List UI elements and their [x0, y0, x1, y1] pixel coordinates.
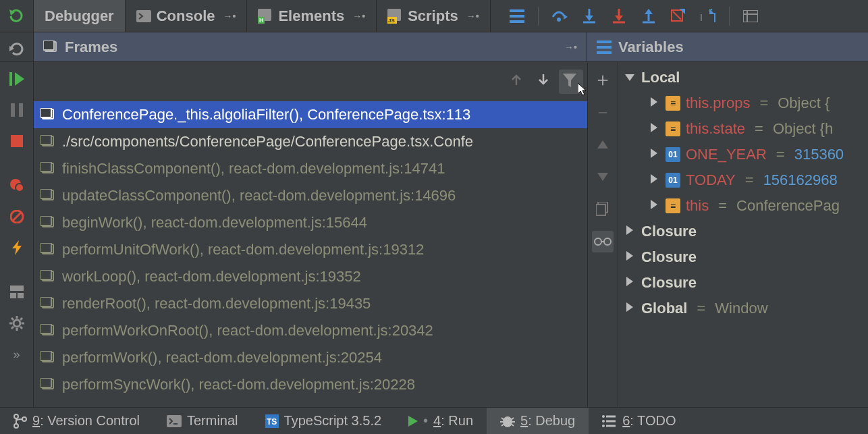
scope-row[interactable]: Closure	[618, 270, 868, 296]
settings-button[interactable]	[4, 310, 30, 336]
frame-item[interactable]: updateClassComponent(), react-dom.develo…	[34, 182, 587, 209]
variable-value: 156162968	[763, 171, 838, 189]
separator	[538, 7, 539, 26]
tab-elements[interactable]: Elements →•	[247, 0, 377, 32]
stack-frame-icon	[40, 351, 55, 364]
frame-item[interactable]: workLoop(), react-dom.development.js:193…	[34, 263, 587, 290]
tool-todo[interactable]: 6: TODO	[589, 408, 689, 434]
watch-down-button[interactable]	[592, 166, 614, 188]
tool-debug[interactable]: 5: Debug	[487, 408, 589, 434]
show-watches-button[interactable]	[592, 231, 614, 252]
scope-row[interactable]: Global = Window	[618, 296, 868, 321]
frame-text: performUnitOfWork(), react-dom.developme…	[62, 241, 424, 259]
cursor-icon	[578, 83, 587, 97]
step-out-button[interactable]	[640, 7, 657, 25]
variable-row[interactable]: ≡this=ConferencePag	[618, 193, 868, 219]
rerun-button[interactable]	[4, 4, 30, 30]
variable-row[interactable]: ≡this.state=Object {h	[618, 116, 868, 142]
tool-run[interactable]: • 4: Run	[395, 408, 487, 434]
stack-frame-icon	[40, 243, 55, 256]
frame-up-button[interactable]	[505, 70, 528, 93]
frame-item[interactable]: performSyncWork(), react-dom.development…	[34, 371, 587, 398]
frame-item[interactable]: performWork(), react-dom.development.js:…	[34, 344, 587, 371]
frame-down-button[interactable]	[532, 70, 555, 93]
elements-icon	[258, 9, 273, 24]
frame-item[interactable]: beginWork(), react-dom.development.js:15…	[34, 209, 587, 236]
bug-icon	[500, 414, 515, 429]
scope-row[interactable]: Closure	[618, 244, 868, 270]
variables-panel: Local ≡this.props=Object {≡this.state=Ob…	[618, 62, 868, 407]
variables-panel-header[interactable]: Variables	[587, 32, 868, 61]
caret-down-icon	[624, 72, 636, 84]
pin-icon[interactable]: →•	[564, 42, 577, 53]
panel-header-row: Frames →• Variables	[0, 32, 868, 62]
stop-button[interactable]	[4, 128, 30, 154]
stack-frame-icon	[40, 216, 55, 229]
variable-value: 315360	[794, 146, 844, 163]
variable-value: Object {	[778, 94, 830, 112]
frame-text: renderRoot(), react-dom.development.js:1…	[62, 295, 371, 313]
frames-panel-header[interactable]: Frames →•	[34, 32, 587, 61]
frame-item[interactable]: ConferencePage._this.algoliaFilter(), Co…	[34, 101, 587, 128]
frames-list[interactable]: ConferencePage._this.algoliaFilter(), Co…	[34, 101, 587, 407]
scope-value: Window	[715, 300, 767, 317]
scope-name: Global	[641, 300, 687, 317]
more-button[interactable]: »	[4, 342, 30, 367]
number-icon: 01	[666, 173, 680, 188]
scope-name: Closure	[641, 223, 697, 240]
force-step-into-button[interactable]	[610, 7, 628, 25]
frames-icon	[43, 40, 58, 54]
watch-up-button[interactable]	[592, 134, 614, 155]
caret-right-icon	[648, 97, 660, 109]
scope-local[interactable]: Local	[618, 65, 868, 90]
terminal-icon	[167, 415, 182, 427]
frame-item[interactable]: renderRoot(), react-dom.development.js:1…	[34, 290, 587, 317]
frame-text: performSyncWork(), react-dom.development…	[62, 376, 415, 394]
separator	[729, 7, 730, 26]
tab-console[interactable]: Console →•	[126, 0, 248, 32]
frame-item[interactable]: ./src/components/ConferencePage/Conferen…	[34, 128, 587, 155]
refresh-button[interactable]	[4, 36, 30, 61]
remove-watch-button[interactable]: －	[592, 101, 614, 123]
step-over-button[interactable]	[551, 7, 568, 25]
layout-button[interactable]	[4, 279, 30, 305]
step-into-button[interactable]	[580, 7, 598, 25]
evaluate-expression-button[interactable]	[742, 7, 759, 25]
pin-icon: →•	[352, 11, 365, 22]
debug-toolbar	[491, 0, 777, 32]
tool-version-control[interactable]: 9: Version Control	[0, 408, 153, 434]
duplicate-watch-button[interactable]	[592, 198, 614, 220]
show-threads-button[interactable]	[508, 7, 526, 25]
scope-name: Closure	[641, 274, 697, 292]
tab-scripts[interactable]: Scripts →•	[377, 0, 491, 32]
frame-text: workLoop(), react-dom.development.js:193…	[62, 268, 361, 286]
mute-breakpoints-button[interactable]	[4, 204, 30, 229]
get-thread-dump-button[interactable]	[4, 235, 30, 261]
drop-frame-button[interactable]	[670, 7, 687, 25]
caret-right-icon	[648, 174, 660, 186]
frame-text: beginWork(), react-dom.development.js:15…	[62, 214, 367, 232]
frame-item[interactable]: performWorkOnRoot(), react-dom.developme…	[34, 317, 587, 344]
tab-debugger[interactable]: Debugger	[34, 0, 126, 32]
variable-row[interactable]: 01TODAY=156162968	[618, 167, 868, 193]
tool-typescript[interactable]: TypeScript 3.5.2	[252, 408, 396, 434]
frame-item[interactable]: finishClassComponent(), react-dom.develo…	[34, 155, 587, 182]
caret-right-icon	[648, 123, 660, 135]
caret-right-icon	[648, 200, 660, 212]
filter-frames-button[interactable]	[559, 70, 583, 94]
frame-item[interactable]: performUnitOfWork(), react-dom.developme…	[34, 236, 587, 263]
tab-console-label: Console	[157, 7, 215, 25]
pause-button[interactable]	[4, 97, 30, 123]
resume-button[interactable]	[4, 66, 30, 92]
run-to-cursor-button[interactable]	[699, 7, 717, 25]
scope-name: Closure	[641, 248, 697, 266]
variable-name: this	[686, 197, 709, 215]
left-gutter-header	[0, 32, 34, 61]
add-watch-button[interactable]: ＋	[592, 69, 614, 90]
view-breakpoints-button[interactable]	[4, 173, 30, 198]
variable-row[interactable]: ≡this.props=Object {	[618, 90, 868, 116]
variable-row[interactable]: 01ONE_YEAR=315360	[618, 142, 868, 167]
scope-row[interactable]: Closure	[618, 219, 868, 244]
tool-terminal[interactable]: Terminal	[153, 408, 252, 434]
caret-right-icon	[624, 225, 636, 238]
